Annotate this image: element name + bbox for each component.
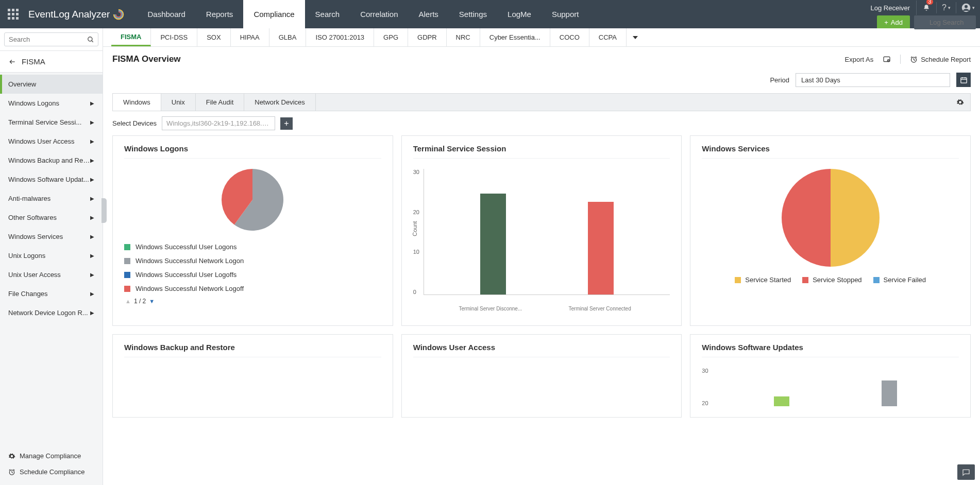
nav-correlation[interactable]: Correlation — [350, 0, 408, 28]
page-title: FISMA Overview — [112, 54, 181, 64]
brand-swirl-icon — [113, 9, 124, 20]
legend-item[interactable]: Service Stopped — [802, 276, 861, 284]
bell-icon — [923, 4, 930, 11]
subnav-item[interactable]: GLBA — [269, 28, 307, 46]
page-header: FISMA Overview Export As Schedule Report — [103, 47, 980, 70]
sidebar-back[interactable]: FISMA — [0, 51, 103, 73]
nav-dashboard[interactable]: Dashboard — [137, 0, 195, 28]
brand-name: EventLog Analyzer — [28, 9, 110, 20]
clock-icon — [910, 56, 918, 63]
sidebar-item-label: Terminal Service Sessi... — [8, 118, 81, 126]
sidebar-item[interactable]: Anti-malwares▶ — [0, 189, 103, 208]
plus-icon: + — [884, 19, 888, 26]
sidebar-item[interactable]: Windows Logons▶ — [0, 94, 103, 113]
help-button[interactable]: ? ▾ — [937, 3, 956, 12]
legend-swatch — [802, 277, 808, 283]
nav-alerts[interactable]: Alerts — [409, 0, 449, 28]
content-tab[interactable]: Windows — [113, 94, 161, 111]
nav-search[interactable]: Search — [305, 0, 350, 28]
subnav-item[interactable]: COCO — [550, 28, 589, 46]
chevron-right-icon: ▶ — [90, 138, 94, 144]
add-device-button[interactable]: + — [280, 117, 293, 130]
manage-compliance-link[interactable]: Manage Compliance — [8, 448, 94, 464]
sidebar-item[interactable]: Overview — [0, 75, 103, 94]
sidebar-item[interactable]: Windows Services▶ — [0, 227, 103, 246]
content-tab[interactable]: Network Devices — [244, 94, 316, 111]
apps-grid-icon[interactable] — [0, 0, 26, 28]
add-label: Add — [891, 19, 903, 26]
legend-item[interactable]: Service Started — [735, 276, 791, 284]
nav-compliance[interactable]: Compliance — [243, 0, 305, 28]
nav-support[interactable]: Support — [542, 0, 589, 28]
schedule-compliance-link[interactable]: Schedule Compliance — [8, 464, 94, 480]
svg-rect-13 — [884, 57, 890, 61]
chat-button[interactable] — [957, 464, 975, 480]
subnav-item[interactable]: CCPA — [589, 28, 627, 46]
legend-swatch — [124, 244, 130, 250]
subnav-item[interactable]: PCI-DSS — [151, 28, 197, 46]
notifications-button[interactable]: 3 — [917, 1, 936, 15]
nav-settings[interactable]: Settings — [449, 0, 497, 28]
header-right: Log Receiver 3 ? ▾ ▾ + Add — [864, 0, 980, 28]
log-receiver-link[interactable]: Log Receiver — [864, 1, 917, 15]
chevron-right-icon: ▶ — [90, 100, 94, 106]
sidebar-item[interactable]: Windows Software Updat...▶ — [0, 170, 103, 189]
schedule-report-button[interactable]: Schedule Report — [910, 56, 971, 63]
log-search-input[interactable] — [914, 15, 976, 29]
sidebar-item[interactable]: Other Softwares▶ — [0, 208, 103, 227]
subnav-more-button[interactable] — [627, 35, 644, 40]
export-as-button[interactable]: Export As — [845, 56, 874, 63]
legend-item[interactable]: Windows Successful User Logoffs — [124, 268, 381, 282]
sidebar-item[interactable]: Network Device Logon R...▶ — [0, 303, 103, 322]
legend-item[interactable]: Windows Successful Network Logon — [124, 254, 381, 268]
calendar-button[interactable] — [956, 73, 971, 87]
legend-swatch — [124, 286, 130, 292]
legend-swatch — [124, 272, 130, 278]
sidebar-item-label: Windows Software Updat... — [8, 176, 89, 183]
sidebar-item[interactable]: Unix User Access▶ — [0, 265, 103, 284]
nav-reports[interactable]: Reports — [196, 0, 244, 28]
brand-logo[interactable]: EventLog Analyzer — [26, 0, 137, 28]
main-nav: DashboardReportsComplianceSearchCorrelat… — [137, 0, 589, 28]
sidebar-item-label: Unix Logons — [8, 252, 45, 259]
back-arrow-icon — [8, 58, 16, 65]
sidebar-item[interactable]: Terminal Service Sessi...▶ — [0, 113, 103, 132]
software-updates-chart: 3020 — [702, 368, 959, 409]
legend-item[interactable]: Windows Successful User Logons — [124, 240, 381, 254]
sidebar-item-label: Windows Backup and Res... — [8, 157, 90, 164]
compliance-subnav: FISMAPCI-DSSSOXHIPAAGLBAISO 27001:2013GP… — [103, 28, 980, 47]
sidebar-item-label: Windows Services — [8, 233, 63, 240]
svg-point-1 — [965, 5, 968, 8]
legend-item[interactable]: Service Failed — [873, 276, 926, 284]
legend-next-button[interactable]: ▼ — [149, 298, 155, 304]
subnav-item[interactable]: HIPAA — [231, 28, 269, 46]
sidebar-item[interactable]: Windows User Access▶ — [0, 132, 103, 151]
content-tab[interactable]: Unix — [161, 94, 196, 111]
period-select[interactable]: Last 30 Days — [796, 73, 950, 87]
subnav-item[interactable]: GPG — [374, 28, 408, 46]
user-menu-button[interactable]: ▾ — [956, 3, 980, 12]
subnav-item[interactable]: FISMA — [111, 28, 151, 46]
sidebar-item[interactable]: Windows Backup and Res...▶ — [0, 151, 103, 170]
content-tab[interactable]: File Audit — [196, 94, 244, 111]
y-axis-label: Count — [411, 221, 417, 236]
sidebar-item[interactable]: Unix Logons▶ — [0, 246, 103, 265]
subnav-item[interactable]: ISO 27001:2013 — [306, 28, 374, 46]
device-input[interactable]: Winlogs,itsl360-2k19-1,192.168.1... — [162, 116, 275, 130]
legend-prev-button[interactable]: ▲ — [125, 298, 131, 304]
chevron-right-icon: ▶ — [90, 272, 94, 278]
subnav-item[interactable]: GDPR — [408, 28, 447, 46]
sidebar-search-input[interactable] — [4, 32, 98, 46]
subnav-item[interactable]: SOX — [197, 28, 230, 46]
legend-item[interactable]: Windows Successful Network Logoff — [124, 282, 381, 296]
subnav-item[interactable]: Cyber Essentia... — [480, 28, 550, 46]
svg-marker-12 — [633, 36, 638, 39]
sidebar-collapse-handle[interactable] — [102, 198, 107, 223]
content-tabs-settings-button[interactable] — [950, 98, 970, 106]
export-settings-button[interactable] — [883, 55, 891, 63]
subnav-item[interactable]: NRC — [447, 28, 480, 46]
sidebar-item[interactable]: File Changes▶ — [0, 284, 103, 303]
nav-logme[interactable]: LogMe — [497, 0, 542, 28]
add-button[interactable]: + Add — [877, 15, 910, 29]
period-row: Period Last 30 Days — [103, 70, 980, 93]
